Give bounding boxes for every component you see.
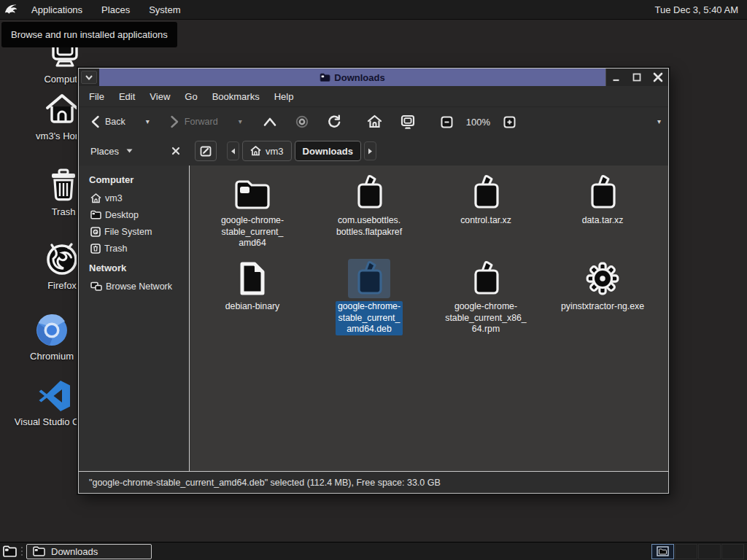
menu-system[interactable]: System bbox=[139, 0, 190, 20]
minimize-button[interactable] bbox=[608, 70, 624, 85]
places-sidebar: Computer vm3 Desktop File System Trash N… bbox=[79, 166, 189, 471]
forward-history-dropdown[interactable]: ▾ bbox=[239, 118, 242, 125]
status-text: "google-chrome-stable_current_amd64.deb"… bbox=[89, 478, 441, 488]
back-history-dropdown[interactable]: ▾ bbox=[146, 118, 150, 125]
window-shade-button[interactable] bbox=[79, 69, 99, 86]
file-name: control.tar.xz bbox=[458, 215, 514, 227]
pathbar-row: Places vm3 Downloads bbox=[79, 136, 668, 166]
home-button[interactable] bbox=[363, 112, 387, 132]
sidebar-item-trash[interactable]: Trash bbox=[90, 240, 189, 257]
file-item[interactable]: google-chrome- stable_current_x86_ 64.rp… bbox=[427, 259, 544, 341]
chromium-icon bbox=[35, 314, 69, 347]
workspace-1[interactable] bbox=[651, 544, 674, 559]
path-segment-label: Downloads bbox=[303, 146, 353, 157]
workspace-pager bbox=[651, 544, 744, 559]
path-scroll-left-button[interactable] bbox=[227, 141, 239, 160]
archive-icon bbox=[353, 260, 385, 297]
sidebar-item-label: vm3 bbox=[105, 193, 123, 203]
file-item[interactable]: debian-binary bbox=[194, 259, 311, 341]
workspace-4[interactable] bbox=[721, 544, 744, 559]
path-scroll-right-button[interactable] bbox=[364, 141, 376, 160]
menu-file[interactable]: File bbox=[82, 86, 112, 106]
close-panel-icon[interactable] bbox=[171, 147, 180, 155]
taskbar-grip[interactable] bbox=[19, 545, 24, 558]
chevron-left-icon bbox=[90, 115, 100, 128]
path-segment-label: vm3 bbox=[266, 146, 284, 157]
file-item[interactable]: com.usebottles. bottles.flatpakref bbox=[311, 173, 427, 254]
edit-icon bbox=[200, 145, 212, 158]
chevron-down-icon[interactable] bbox=[126, 149, 133, 153]
file-view[interactable]: google-chrome- stable_current_ amd64 com… bbox=[189, 166, 668, 471]
workspace-3[interactable] bbox=[698, 544, 721, 559]
title-field[interactable]: Downloads bbox=[99, 69, 605, 86]
archive-icon bbox=[470, 260, 502, 297]
menu-bookmarks[interactable]: Bookmarks bbox=[205, 86, 267, 106]
taskbar: Downloads bbox=[0, 542, 747, 560]
clock[interactable]: Tue Dec 3, 5:40 AM bbox=[646, 4, 747, 15]
path-area: vm3 Downloads bbox=[189, 141, 668, 161]
mini-window-icon bbox=[657, 546, 669, 556]
menu-edit[interactable]: Edit bbox=[112, 86, 142, 106]
window-controls bbox=[605, 69, 668, 86]
archive-icon bbox=[470, 174, 502, 211]
sidebar-item-label: File System bbox=[104, 227, 152, 237]
desktop-icon-label: Firefox bbox=[47, 280, 77, 291]
sidebar-item-file-system[interactable]: File System bbox=[90, 223, 189, 240]
home-icon bbox=[367, 114, 382, 129]
monitor-icon bbox=[400, 114, 416, 130]
file-item[interactable]: data.tar.xz bbox=[544, 173, 661, 254]
file-name: debian-binary bbox=[223, 301, 282, 313]
vscode-icon bbox=[38, 379, 71, 413]
path-segment-vm3[interactable]: vm3 bbox=[242, 141, 292, 161]
places-label[interactable]: Places bbox=[90, 146, 119, 157]
close-button[interactable] bbox=[650, 70, 666, 85]
workspace-2[interactable] bbox=[675, 544, 697, 559]
menu-applications[interactable]: Applications bbox=[22, 0, 92, 20]
stop-button[interactable] bbox=[290, 112, 314, 132]
home-icon bbox=[250, 146, 261, 156]
show-desktop-button[interactable] bbox=[0, 542, 19, 560]
sidebar-item-label: Desktop bbox=[105, 210, 139, 220]
folder-icon bbox=[3, 545, 17, 557]
sidebar-item-vm3[interactable]: vm3 bbox=[90, 190, 189, 206]
menu-help[interactable]: Help bbox=[267, 86, 301, 106]
zoom-in-button[interactable] bbox=[499, 113, 520, 131]
zoom-out-icon bbox=[441, 116, 453, 128]
up-button[interactable] bbox=[258, 113, 282, 131]
menu-places[interactable]: Places bbox=[92, 0, 139, 20]
maximize-button[interactable] bbox=[629, 70, 645, 85]
menu-view[interactable]: View bbox=[142, 86, 177, 106]
forward-label: Forward bbox=[185, 117, 218, 127]
path-segment-downloads[interactable]: Downloads bbox=[295, 141, 361, 161]
folder-icon bbox=[233, 179, 271, 211]
menubar: File Edit View Go Bookmarks Help bbox=[79, 86, 668, 107]
computer-button[interactable] bbox=[395, 112, 420, 133]
firefox-icon bbox=[44, 241, 80, 276]
file-item-selected[interactable]: google-chrome- stable_current_ amd64.deb bbox=[311, 259, 427, 341]
forward-button[interactable]: Forward bbox=[166, 112, 222, 131]
toolbar-overflow-dropdown[interactable]: ▾ bbox=[657, 118, 661, 125]
titlebar[interactable]: Downloads bbox=[79, 69, 668, 86]
document-icon bbox=[238, 260, 267, 297]
back-button[interactable]: Back bbox=[86, 112, 130, 131]
task-button-downloads[interactable]: Downloads bbox=[26, 544, 152, 559]
zoom-out-button[interactable] bbox=[436, 113, 457, 131]
sidebar-item-desktop[interactable]: Desktop bbox=[90, 206, 189, 223]
edit-path-button[interactable] bbox=[195, 141, 217, 161]
zoom-level: 100% bbox=[466, 117, 490, 128]
gear-icon bbox=[584, 260, 621, 297]
sidebar-section-computer: Computer bbox=[89, 174, 189, 185]
drive-icon bbox=[90, 227, 101, 237]
home-icon bbox=[44, 92, 80, 127]
menu-go[interactable]: Go bbox=[177, 86, 204, 106]
file-item[interactable]: google-chrome- stable_current_ amd64 bbox=[194, 173, 311, 254]
file-item[interactable]: pyinstxtractor-ng.exe bbox=[544, 259, 661, 341]
file-item[interactable]: control.tar.xz bbox=[427, 173, 544, 254]
top-panel: Applications Places System Tue Dec 3, 5:… bbox=[0, 0, 747, 20]
file-name: google-chrome- stable_current_ amd64 bbox=[219, 215, 286, 249]
sidebar-item-browse-network[interactable]: Browse Network bbox=[90, 278, 189, 295]
window-main: Computer vm3 Desktop File System Trash N… bbox=[79, 166, 668, 471]
sidebar-item-label: Trash bbox=[104, 244, 128, 254]
kali-logo-icon[interactable] bbox=[0, 0, 22, 20]
reload-button[interactable] bbox=[322, 112, 347, 133]
